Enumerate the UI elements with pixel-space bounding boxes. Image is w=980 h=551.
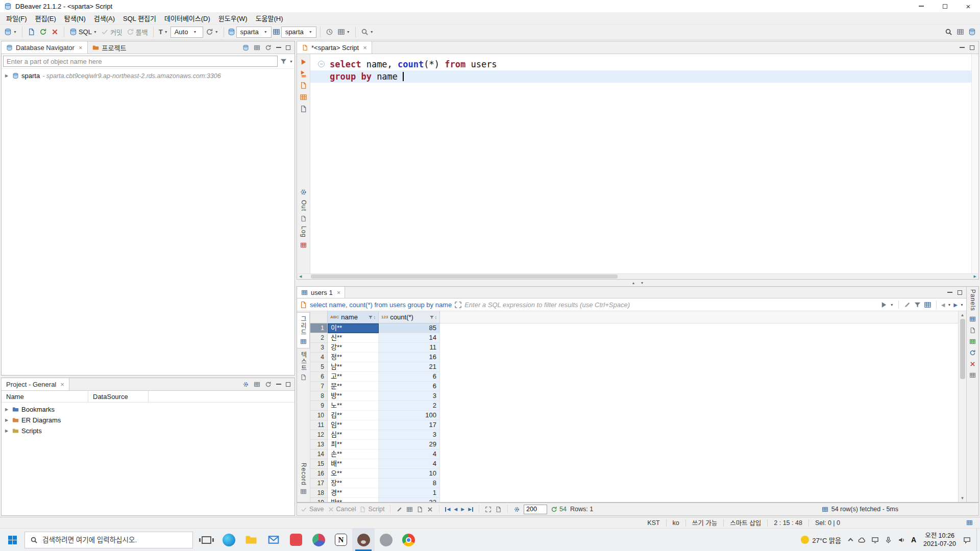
scroll-up-icon[interactable]: ▲ (961, 311, 965, 319)
refetch-button[interactable]: 54 (551, 506, 567, 513)
add-row-button[interactable] (406, 506, 413, 513)
grid-row[interactable]: 14손**4 (310, 449, 958, 459)
count-cell[interactable]: 85 (379, 323, 440, 333)
restore-button[interactable] (933, 0, 957, 12)
grid-row[interactable]: 9노**2 (310, 401, 958, 411)
sql-editor-button[interactable]: SQL▼ (68, 26, 99, 38)
gear-icon[interactable] (242, 381, 249, 388)
row-number-cell[interactable]: 14 (310, 449, 328, 459)
filter-sort-icons[interactable]: ↕ (429, 315, 437, 320)
erase-filter-button[interactable] (903, 301, 911, 309)
cancel-button[interactable]: Cancel (328, 506, 356, 513)
menu-item[interactable]: SQL 편집기 (119, 13, 160, 23)
connection-tree-item[interactable]: ▶ sparta - sparta.cbt9ceqiwlr9.ap-northe… (2, 70, 295, 81)
grid-row[interactable]: 3강**11 (310, 343, 958, 353)
edit-value-button[interactable] (396, 506, 403, 513)
export-resultset-button[interactable] (495, 506, 502, 513)
sql-editor[interactable]: −select name, count(*) from usersgroup b… (310, 54, 971, 273)
sash-up-icon[interactable]: ▲ (632, 281, 635, 285)
filter-funnel-icon[interactable] (280, 58, 287, 65)
grid-row[interactable]: 13최**29 (310, 440, 958, 449)
menu-item[interactable]: 파일(F) (2, 13, 31, 23)
name-cell[interactable]: 장** (328, 479, 379, 488)
tab-sparta-script[interactable]: *<sparta> Script × (297, 41, 372, 54)
panel-aggregate-icon[interactable] (969, 327, 976, 334)
count-cell[interactable]: 4 (379, 459, 440, 469)
row-number-cell[interactable]: 3 (310, 343, 328, 353)
panels-label[interactable]: Panels (969, 289, 976, 311)
timezone-indicator[interactable]: KST (641, 519, 666, 527)
panel-references-icon[interactable] (969, 349, 976, 356)
result-filter-input[interactable] (464, 301, 877, 309)
log-toggle[interactable]: Log (300, 226, 307, 238)
close-tab-icon[interactable]: × (363, 44, 367, 52)
row-number-cell[interactable]: 9 (310, 401, 328, 411)
open-query-in-editor-icon[interactable] (454, 301, 462, 309)
auto-refresh-button[interactable]: ▼ (204, 26, 220, 38)
grid-row[interactable]: 18경**1 (310, 488, 958, 498)
tab-users-1[interactable]: users 1 × (297, 287, 345, 298)
quick-search-button[interactable] (943, 26, 954, 38)
row-number-cell[interactable]: 16 (310, 469, 328, 479)
new-connection-button[interactable]: ▼ (3, 26, 18, 38)
expander-icon[interactable]: ▶ (5, 407, 10, 412)
last-page-button[interactable]: ▶ (468, 507, 473, 512)
insert-mode-indicator[interactable]: 스마트 삽입 (724, 518, 767, 528)
editor-settings-button[interactable] (300, 188, 307, 196)
expander-icon[interactable]: ▶ (5, 418, 10, 422)
maximize-panel-icon[interactable] (286, 45, 290, 50)
grid-row[interactable]: 17장**8 (310, 479, 958, 488)
collapse-all-icon[interactable] (254, 44, 260, 51)
panel-metadata-icon[interactable] (969, 372, 976, 379)
scroll-down-icon[interactable]: ▼ (961, 494, 965, 502)
onedrive-tray-icon[interactable] (858, 536, 866, 544)
grid-corner-cell[interactable] (310, 311, 328, 323)
apply-filter-button[interactable] (880, 301, 888, 309)
taskbar-app-dbeaver[interactable] (352, 529, 375, 551)
duplicate-row-button[interactable] (416, 506, 423, 513)
record-mode-toggle[interactable]: Record (297, 460, 310, 498)
tray-expand-button[interactable] (849, 537, 852, 542)
search-menu-button[interactable]: ▼ (359, 26, 375, 38)
sash-down-icon[interactable]: ▼ (641, 281, 644, 285)
schema-combo[interactable]: sparta▼ (281, 27, 316, 38)
name-cell[interactable]: 노** (328, 401, 379, 411)
project-item-scripts[interactable]: ▶Scripts (2, 425, 295, 436)
open-sql-script-button[interactable] (26, 26, 37, 38)
editor-vertical-scrollbar[interactable] (971, 54, 978, 273)
row-number-cell[interactable]: 13 (310, 440, 328, 449)
grid-row[interactable]: 12심**3 (310, 430, 958, 440)
show-desktop-button[interactable] (976, 529, 979, 551)
count-cell[interactable]: 1 (379, 488, 440, 498)
count-cell[interactable]: 11 (379, 343, 440, 353)
name-cell[interactable]: 신** (328, 333, 379, 343)
link-with-editor-icon[interactable] (265, 44, 272, 51)
first-page-button[interactable]: ◀ (445, 507, 450, 512)
save-button[interactable]: Save (301, 506, 324, 513)
edit-filter-button[interactable] (914, 301, 921, 309)
chevron-down-icon[interactable]: ▼ (289, 60, 293, 63)
taskbar-app-gray[interactable] (375, 529, 397, 551)
editor-results-sash[interactable]: ▲ ▼ (297, 280, 979, 286)
previous-page-button[interactable]: ◀ (454, 507, 457, 512)
name-cell[interactable]: 강** (328, 343, 379, 353)
chevron-down-icon[interactable]: ▼ (947, 303, 951, 307)
column-header-datasource[interactable]: DataSource (88, 391, 149, 402)
row-number-cell[interactable]: 18 (310, 488, 328, 498)
name-cell[interactable]: 배** (328, 459, 379, 469)
fetch-size-input[interactable] (524, 505, 547, 514)
minimize-panel-icon[interactable] (276, 384, 281, 385)
tab-projects[interactable]: 프로젝트 (88, 41, 131, 54)
output-toggle[interactable]: Out (300, 200, 307, 211)
count-cell[interactable]: 16 (379, 353, 440, 362)
menu-item[interactable]: 도움말(H) (252, 13, 287, 23)
grid-row[interactable]: 2신**14 (310, 333, 958, 343)
row-number-cell[interactable]: 15 (310, 459, 328, 469)
object-filter-input[interactable] (3, 56, 278, 67)
presentation-grid-tab[interactable]: 그리드 (297, 312, 310, 348)
grid-row[interactable]: 4정**16 (310, 353, 958, 362)
column-header-name[interactable]: Name (2, 391, 88, 402)
next-page-button[interactable]: ▶ (461, 507, 464, 512)
minimize-results-icon[interactable] (947, 292, 952, 293)
panel-calc-icon[interactable] (969, 361, 976, 367)
